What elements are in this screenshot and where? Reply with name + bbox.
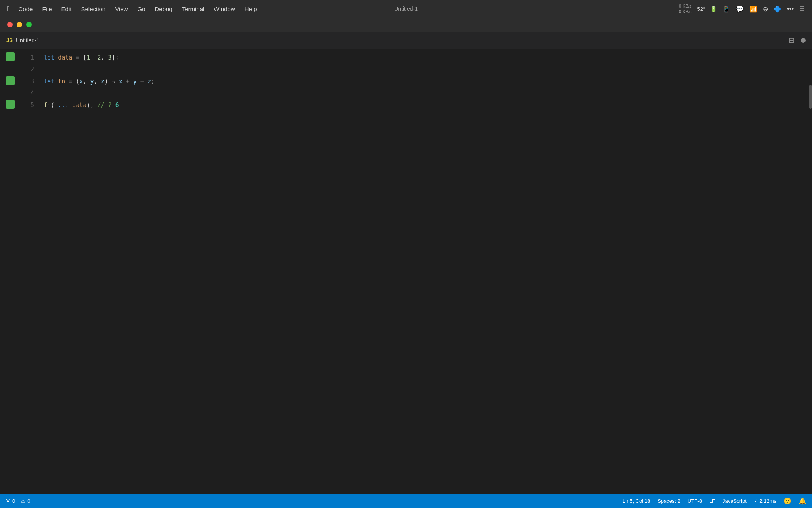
scrollbar[interactable] xyxy=(808,49,812,494)
network-up: 0 KB/s xyxy=(679,3,691,9)
menu-debug[interactable]: Debug xyxy=(150,4,177,14)
wifi-icon: 📶 xyxy=(749,5,757,13)
editor: 1 2 3 4 5 let data = [ 1 , 2 , 3 ] ; let xyxy=(0,49,812,494)
battery-icon: 🔋 xyxy=(710,6,717,12)
code-line-5: fn ( ... data ) ; // ? 6 xyxy=(44,99,812,111)
temperature: 52° xyxy=(697,6,705,12)
menu-edit[interactable]: Edit xyxy=(57,4,77,14)
bell-icon[interactable]: 🔔 xyxy=(799,497,806,505)
result-value: 6 xyxy=(115,99,119,111)
menu-go[interactable]: Go xyxy=(132,4,150,14)
call-fn: fn xyxy=(44,99,51,111)
line-number-3: 3 xyxy=(21,75,34,87)
js-badge: JS xyxy=(6,37,13,43)
line-number-2: 2 xyxy=(21,64,34,75)
tab-actions: ⊟ xyxy=(789,36,806,45)
warning-number: 0 xyxy=(27,498,30,504)
menubar-right: 0 KB/s 0 KB/s 52° 🔋 📱 💬 📶 ⊖ 🔷 ••• ☰ xyxy=(679,3,805,15)
line-ending[interactable]: LF xyxy=(709,498,715,504)
split-editor-icon[interactable]: ⊟ xyxy=(789,36,795,45)
menubar:  Code File Edit Selection View Go Debug… xyxy=(0,0,812,17)
network-stats: 0 KB/s 0 KB/s xyxy=(679,3,691,15)
menu-terminal[interactable]: Terminal xyxy=(177,4,209,14)
maximize-button[interactable] xyxy=(26,22,32,27)
wechat-icon: 💬 xyxy=(736,5,744,13)
code-line-2 xyxy=(44,64,812,75)
var-fn: fn xyxy=(58,75,65,87)
gutter xyxy=(0,49,21,494)
menu-file[interactable]: File xyxy=(37,4,56,14)
line-number-5: 5 xyxy=(21,99,34,111)
comment-text: // ? xyxy=(97,99,111,111)
menu-window[interactable]: Window xyxy=(209,4,239,14)
code-editor[interactable]: let data = [ 1 , 2 , 3 ] ; let fn = ( x … xyxy=(40,49,812,494)
body-z: z xyxy=(147,75,151,87)
line-number-1: 1 xyxy=(21,52,34,64)
scrollbar-thumb[interactable] xyxy=(809,85,812,109)
param-x: x xyxy=(79,75,83,87)
code-line-1: let data = [ 1 , 2 , 3 ] ; xyxy=(44,52,812,64)
statusbar: ✕ 0 ⚠ 0 Ln 5, Col 18 Spaces: 2 UTF-8 LF … xyxy=(0,494,812,508)
language-mode[interactable]: JavaScript xyxy=(722,498,747,504)
close-button[interactable] xyxy=(7,22,13,27)
menu-help[interactable]: Help xyxy=(240,4,262,14)
menu-items: Code File Edit Selection View Go Debug T… xyxy=(14,4,262,14)
error-icon: ✕ xyxy=(6,498,10,504)
traffic-lights-bar xyxy=(0,17,812,32)
window-title: Untitled-1 xyxy=(394,6,418,12)
line-number-4: 4 xyxy=(21,87,34,99)
body-x: x xyxy=(119,75,123,87)
body-y: y xyxy=(133,75,137,87)
indentation[interactable]: Spaces: 2 xyxy=(657,498,680,504)
var-data: data xyxy=(58,52,72,64)
tab-filename: Untitled-1 xyxy=(16,37,40,44)
phone-icon: 📱 xyxy=(722,5,730,13)
keyword-let-1: let xyxy=(44,52,54,64)
error-count[interactable]: ✕ 0 xyxy=(6,498,15,504)
menu-selection[interactable]: Selection xyxy=(76,4,110,14)
list-icon: ☰ xyxy=(799,5,805,13)
minimize-button[interactable] xyxy=(17,22,22,27)
apple-logo-icon:  xyxy=(7,5,10,13)
param-z: z xyxy=(101,75,105,87)
tab-bar: JS Untitled-1 ⊟ xyxy=(0,32,812,49)
network-down: 0 KB/s xyxy=(679,9,691,14)
smiley-icon[interactable]: 🙂 xyxy=(783,497,791,505)
status-left: ✕ 0 ⚠ 0 xyxy=(6,498,30,504)
more-icon: ••• xyxy=(787,5,794,12)
keyword-let-3: let xyxy=(44,75,54,87)
finder-icon: 🔷 xyxy=(774,5,781,13)
breakpoint-5[interactable] xyxy=(6,100,15,109)
timing: ✓ 2.12ms xyxy=(754,498,776,504)
warning-icon: ⚠ xyxy=(21,498,25,504)
spread-operator: ... xyxy=(54,99,69,111)
breakpoint-1[interactable] xyxy=(6,52,15,61)
code-line-3: let fn = ( x , y , z ) ⇒ x + y + z ; xyxy=(44,75,812,87)
tab-untitled1[interactable]: JS Untitled-1 xyxy=(0,32,46,49)
encoding[interactable]: UTF-8 xyxy=(688,498,702,504)
warning-count[interactable]: ⚠ 0 xyxy=(21,498,30,504)
error-number: 0 xyxy=(12,498,15,504)
menu-view[interactable]: View xyxy=(110,4,132,14)
breakpoint-3[interactable] xyxy=(6,76,15,85)
call-data: data xyxy=(72,99,86,111)
line-numbers: 1 2 3 4 5 xyxy=(21,49,40,494)
code-line-4 xyxy=(44,87,812,99)
param-y: y xyxy=(90,75,94,87)
dirty-indicator xyxy=(801,38,806,43)
cursor-position[interactable]: Ln 5, Col 18 xyxy=(622,498,650,504)
status-right: Ln 5, Col 18 Spaces: 2 UTF-8 LF JavaScri… xyxy=(622,497,806,505)
menu-code[interactable]: Code xyxy=(14,4,38,14)
focus-icon: ⊖ xyxy=(763,5,768,13)
